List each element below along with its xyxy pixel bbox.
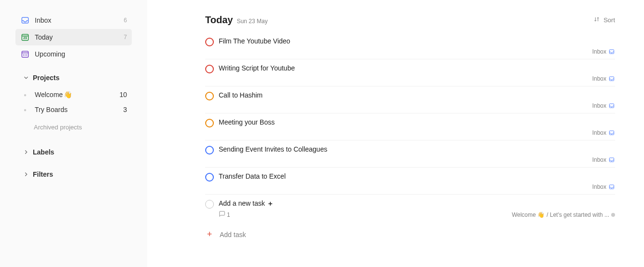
task-comment-count[interactable]: 1 bbox=[219, 211, 230, 219]
filters-section-header[interactable]: Filters bbox=[15, 167, 132, 182]
svg-text:23: 23 bbox=[23, 36, 27, 40]
task-project[interactable]: Inbox bbox=[205, 156, 615, 163]
task-title: Sending Event Invites to Colleagues bbox=[219, 145, 327, 153]
task-checkbox[interactable] bbox=[205, 92, 214, 100]
nav-inbox-label: Inbox bbox=[35, 16, 124, 24]
calendar-upcoming-icon bbox=[19, 49, 31, 59]
task-item[interactable]: Film The Youtube Video Inbox bbox=[205, 32, 615, 59]
project-try-boards-count: 3 bbox=[123, 106, 127, 113]
labels-title: Labels bbox=[33, 148, 54, 156]
project-dot-icon bbox=[611, 213, 615, 217]
svg-rect-7 bbox=[609, 158, 614, 162]
nav-today-label: Today bbox=[35, 33, 124, 41]
projects-title: Projects bbox=[33, 74, 59, 82]
sort-icon bbox=[593, 15, 601, 25]
task-checkbox[interactable] bbox=[205, 119, 214, 127]
task-title: Film The Youtube Video bbox=[219, 37, 290, 45]
task-checkbox[interactable] bbox=[205, 173, 214, 182]
add-task-button[interactable]: + Add task bbox=[205, 225, 615, 244]
chevron-right-icon bbox=[20, 149, 32, 155]
project-try-boards-label: Try Boards bbox=[35, 106, 123, 113]
project-dot-icon: ● bbox=[19, 92, 31, 98]
inbox-icon bbox=[608, 183, 615, 190]
svg-rect-6 bbox=[609, 131, 614, 135]
page-title: Today bbox=[205, 14, 233, 26]
page-date: Sun 23 May bbox=[237, 18, 267, 25]
nav-upcoming[interactable]: Upcoming bbox=[15, 46, 132, 62]
inbox-icon bbox=[19, 15, 31, 25]
task-item[interactable]: Add a new task ＋ 1 Welcome 👋 / Let's get… bbox=[205, 195, 615, 223]
task-project[interactable]: Inbox bbox=[205, 48, 615, 55]
projects-section-header[interactable]: Projects bbox=[15, 70, 132, 85]
inbox-icon bbox=[608, 75, 615, 82]
inbox-icon bbox=[608, 102, 615, 109]
title-group: Today Sun 23 May bbox=[205, 14, 267, 26]
inbox-icon bbox=[608, 48, 615, 55]
task-title: Call to Hashim bbox=[219, 91, 263, 99]
archived-projects-link[interactable]: Archived projects bbox=[34, 124, 132, 131]
inbox-icon bbox=[608, 129, 615, 136]
nav-inbox[interactable]: Inbox 6 bbox=[15, 12, 132, 28]
filters-title: Filters bbox=[33, 170, 53, 178]
task-title: Writing Script for Youtube bbox=[219, 64, 295, 72]
task-project[interactable]: Inbox bbox=[205, 75, 615, 82]
task-item[interactable]: Meeting your Boss Inbox bbox=[205, 113, 615, 141]
nav-inbox-count: 6 bbox=[124, 17, 127, 24]
sort-button[interactable]: Sort bbox=[593, 15, 615, 25]
svg-rect-5 bbox=[609, 104, 614, 108]
plus-icon: + bbox=[205, 229, 214, 239]
chevron-right-icon bbox=[20, 171, 32, 178]
project-welcome[interactable]: ● Welcome👋 10 bbox=[15, 87, 132, 102]
svg-rect-4 bbox=[609, 77, 614, 81]
project-welcome-label: Welcome👋 bbox=[35, 91, 119, 98]
nav-today[interactable]: 23 Today 7 bbox=[15, 29, 132, 45]
labels-section-header[interactable]: Labels bbox=[15, 144, 132, 160]
main-content: Today Sun 23 May Sort Film The Youtube V… bbox=[147, 0, 644, 267]
task-project[interactable]: Inbox bbox=[205, 102, 615, 109]
task-project[interactable]: Inbox bbox=[205, 183, 615, 190]
view-header: Today Sun 23 May Sort bbox=[205, 14, 615, 26]
sort-label: Sort bbox=[603, 16, 615, 24]
task-checkbox[interactable] bbox=[205, 200, 214, 209]
nav-today-count: 7 bbox=[124, 34, 127, 41]
task-list: Film The Youtube Video Inbox Writing Scr… bbox=[205, 32, 615, 223]
task-item[interactable]: Sending Event Invites to Colleagues Inbo… bbox=[205, 141, 615, 168]
add-task-label: Add task bbox=[220, 231, 246, 239]
task-title: Transfer Data to Excel bbox=[219, 172, 286, 180]
task-item[interactable]: Transfer Data to Excel Inbox bbox=[205, 168, 615, 195]
task-checkbox[interactable] bbox=[205, 146, 214, 155]
nav-upcoming-label: Upcoming bbox=[35, 50, 127, 58]
plus-icon: ＋ bbox=[267, 199, 274, 207]
project-try-boards[interactable]: ● Try Boards 3 bbox=[15, 102, 132, 117]
project-welcome-count: 10 bbox=[119, 91, 127, 98]
svg-rect-3 bbox=[609, 50, 614, 54]
inbox-icon bbox=[608, 156, 615, 163]
chevron-down-icon bbox=[20, 74, 32, 81]
task-item[interactable]: Writing Script for Youtube Inbox bbox=[205, 59, 615, 86]
comment-icon bbox=[219, 211, 225, 219]
task-checkbox[interactable] bbox=[205, 65, 214, 73]
task-checkbox[interactable] bbox=[205, 38, 214, 46]
task-project[interactable]: Welcome 👋 / Let's get started with ... bbox=[512, 211, 615, 219]
task-item[interactable]: Call to Hashim Inbox bbox=[205, 86, 615, 113]
task-title: Add a new task ＋ bbox=[219, 199, 274, 208]
task-project[interactable]: Inbox bbox=[205, 129, 615, 136]
task-title: Meeting your Boss bbox=[219, 118, 275, 126]
calendar-today-icon: 23 bbox=[19, 32, 31, 42]
sidebar: Inbox 6 23 Today 7 Upcoming Projects ● W… bbox=[0, 0, 147, 267]
svg-rect-8 bbox=[609, 185, 614, 189]
project-dot-icon: ● bbox=[19, 107, 31, 112]
